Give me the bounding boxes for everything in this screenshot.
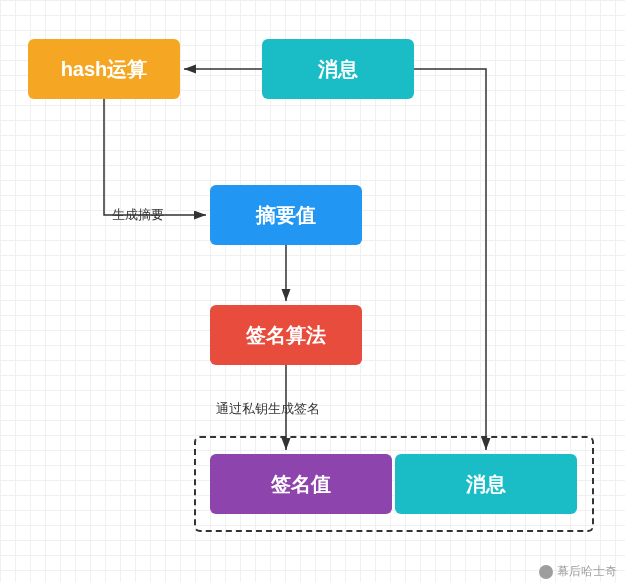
node-message-top-label: 消息 (318, 56, 358, 83)
node-sign-val-label: 签名值 (271, 471, 331, 498)
node-message-bottom: 消息 (395, 454, 577, 514)
edge-hash-to-digest (104, 99, 206, 215)
edge-private-key-label: 通过私钥生成签名 (216, 400, 320, 418)
node-message-bottom-label: 消息 (466, 471, 506, 498)
watermark-icon (539, 565, 553, 579)
node-digest: 摘要值 (210, 185, 362, 245)
node-hash-label: hash运算 (61, 56, 148, 83)
node-digest-label: 摘要值 (256, 202, 316, 229)
watermark-text: 幕后哈士奇 (557, 563, 617, 580)
node-sign-alg-label: 签名算法 (246, 322, 326, 349)
node-message-top: 消息 (262, 39, 414, 99)
watermark: 幕后哈士奇 (539, 563, 617, 580)
edge-gen-digest-label: 生成摘要 (112, 206, 164, 224)
node-sign-val: 签名值 (210, 454, 392, 514)
node-sign-alg: 签名算法 (210, 305, 362, 365)
node-hash: hash运算 (28, 39, 180, 99)
edge-msgtop-to-msgbot (414, 69, 486, 450)
